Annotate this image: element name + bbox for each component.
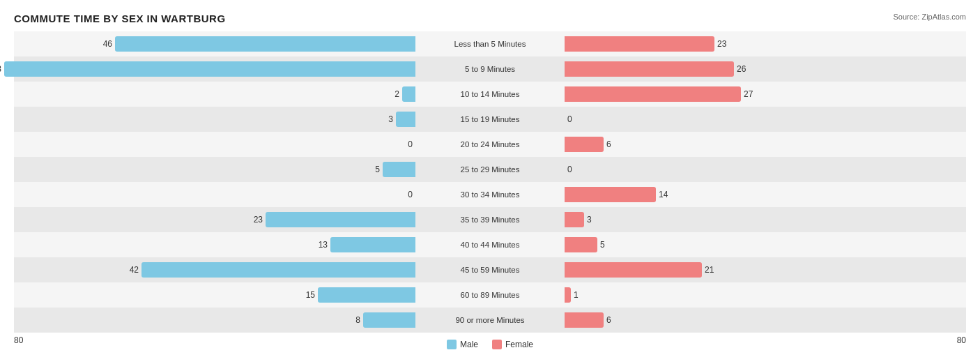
- val-male: 2: [395, 89, 399, 99]
- left-section: 15: [14, 282, 432, 308]
- table-row: 42 45 to 59 Minutes 21: [14, 257, 966, 282]
- left-section: 42: [14, 257, 432, 282]
- left-section: 8: [14, 308, 432, 333]
- row-label: 5 to 9 Minutes: [432, 65, 548, 73]
- row-label: 25 to 29 Minutes: [432, 165, 548, 174]
- legend-female-box: [492, 340, 502, 349]
- table-row: 0 30 to 34 Minutes 14: [14, 182, 966, 207]
- val-male: 63: [0, 64, 1, 74]
- table-row: 0 20 to 24 Minutes 6: [14, 132, 966, 157]
- right-section: 1: [548, 282, 966, 308]
- row-label: 40 to 44 Minutes: [432, 241, 548, 249]
- val-female: 0: [567, 114, 572, 124]
- left-section: 5: [14, 157, 432, 182]
- left-section: 46: [14, 31, 432, 56]
- val-female: 14: [659, 190, 668, 199]
- legend-male-box: [447, 340, 457, 349]
- bar-male: [141, 262, 415, 278]
- bar-male: [4, 61, 415, 77]
- bar-male: [363, 312, 415, 328]
- bar-male: [115, 36, 415, 52]
- left-section: 0: [14, 182, 432, 207]
- row-label: 90 or more Minutes: [432, 316, 548, 324]
- row-label: 30 to 34 Minutes: [432, 190, 548, 199]
- row-label: 45 to 59 Minutes: [432, 266, 548, 274]
- table-row: 23 35 to 39 Minutes 3: [14, 207, 966, 232]
- row-label: 20 to 24 Minutes: [432, 140, 548, 149]
- right-section: 3: [548, 207, 966, 232]
- left-section: 3: [14, 107, 432, 132]
- bar-female: [565, 237, 597, 252]
- val-female: 5: [600, 240, 605, 250]
- val-male: 3: [388, 114, 393, 124]
- right-section: 0: [548, 157, 966, 182]
- axis-labels: 80 Male Female 80: [14, 335, 966, 349]
- left-section: 13: [14, 232, 432, 257]
- val-female: 26: [737, 64, 746, 74]
- table-row: 46 Less than 5 Minutes 23: [14, 31, 966, 56]
- bar-male: [383, 162, 415, 177]
- val-male: 15: [306, 290, 315, 300]
- row-label: 35 to 39 Minutes: [432, 215, 548, 224]
- val-female: 6: [606, 315, 611, 325]
- left-section: 2: [14, 82, 432, 107]
- right-section: 26: [548, 56, 966, 82]
- axis-right: 80: [957, 335, 966, 349]
- bar-male: [266, 212, 415, 227]
- val-female: 27: [744, 89, 753, 99]
- table-row: 8 90 or more Minutes 6: [14, 308, 966, 333]
- val-female: 23: [717, 39, 726, 49]
- bar-female: [565, 187, 656, 202]
- table-row: 5 25 to 29 Minutes 0: [14, 157, 966, 182]
- val-male: 13: [319, 240, 328, 250]
- axis-left: 80: [14, 335, 23, 349]
- val-male: 42: [130, 265, 139, 275]
- legend-female: Female: [492, 340, 533, 349]
- val-male: 46: [103, 39, 112, 49]
- legend-male-label: Male: [460, 340, 478, 349]
- table-row: 2 10 to 14 Minutes 27: [14, 82, 966, 107]
- bar-male: [396, 112, 415, 127]
- bar-male: [402, 86, 415, 102]
- chart-header: COMMUTE TIME BY SEX IN WARTBURG Source: …: [14, 13, 966, 24]
- table-row: 15 60 to 89 Minutes 1: [14, 282, 966, 308]
- val-male: 8: [355, 315, 360, 325]
- val-female: 3: [587, 215, 592, 225]
- right-section: 23: [548, 31, 966, 56]
- bar-male: [330, 237, 415, 252]
- rows-container: 46 Less than 5 Minutes 23 63 5 to 9 Minu…: [14, 31, 966, 333]
- legend-female-label: Female: [505, 340, 533, 349]
- chart-source: Source: ZipAtlas.com: [893, 13, 966, 21]
- right-section: 5: [548, 232, 966, 257]
- left-section: 23: [14, 207, 432, 232]
- val-female: 21: [705, 265, 714, 275]
- right-section: 6: [548, 308, 966, 333]
- chart-container: COMMUTE TIME BY SEX IN WARTBURG Source: …: [0, 0, 980, 364]
- val-male: 0: [408, 139, 413, 149]
- table-row: 63 5 to 9 Minutes 26: [14, 56, 966, 82]
- row-label: 15 to 19 Minutes: [432, 115, 548, 123]
- bar-female: [565, 312, 604, 328]
- left-section: 63: [14, 56, 432, 82]
- right-section: 0: [548, 107, 966, 132]
- table-row: 3 15 to 19 Minutes 0: [14, 107, 966, 132]
- bar-male: [318, 287, 415, 303]
- row-label: Less than 5 Minutes: [432, 40, 548, 48]
- bar-female: [565, 212, 584, 227]
- bar-female: [565, 36, 714, 52]
- table-row: 13 40 to 44 Minutes 5: [14, 232, 966, 257]
- row-label: 60 to 89 Minutes: [432, 291, 548, 299]
- bar-female: [565, 61, 734, 77]
- right-section: 14: [548, 182, 966, 207]
- bar-female: [565, 86, 741, 102]
- bar-female: [565, 137, 604, 152]
- right-section: 6: [548, 132, 966, 157]
- right-section: 21: [548, 257, 966, 282]
- val-female: 6: [606, 139, 611, 149]
- val-female: 0: [567, 165, 572, 174]
- val-male: 0: [408, 190, 413, 199]
- val-male: 5: [375, 165, 380, 174]
- val-female: 1: [574, 290, 579, 300]
- bar-female: [565, 287, 571, 303]
- chart-title: COMMUTE TIME BY SEX IN WARTBURG: [14, 13, 226, 24]
